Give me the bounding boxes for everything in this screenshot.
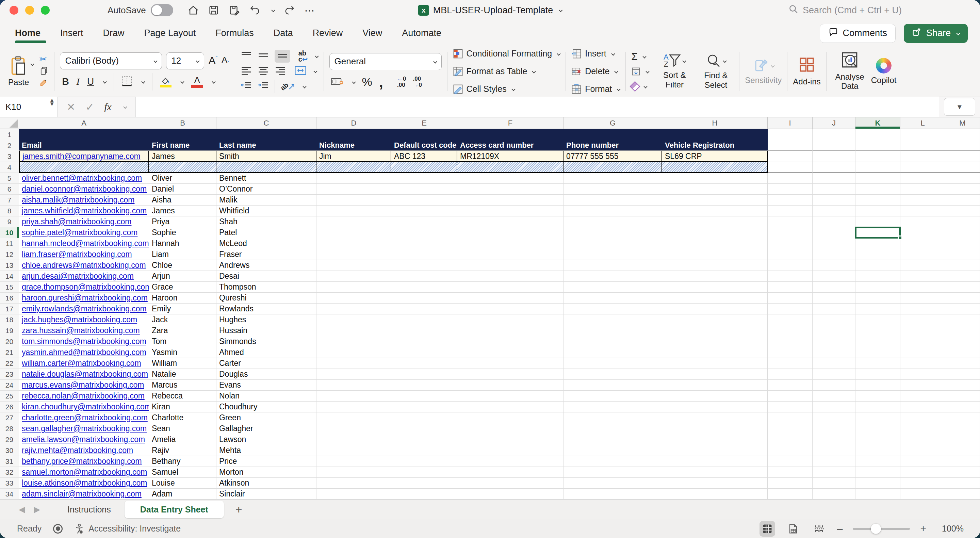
cell-E2[interactable]: Default cost code xyxy=(391,140,457,151)
cell-C20[interactable]: Simmonds xyxy=(216,336,317,347)
cell-L4[interactable] xyxy=(900,162,945,173)
cell-B3[interactable]: James xyxy=(149,151,216,162)
cell-G23[interactable] xyxy=(563,369,662,380)
cell-A27[interactable]: charlotte.green@matrixbooking.com xyxy=(19,412,149,423)
row-header-20[interactable]: 20 xyxy=(0,336,19,347)
email-link[interactable]: louise.atkinson@matrixbooking.com xyxy=(22,478,147,488)
row-header-17[interactable]: 17 xyxy=(0,304,19,314)
cell-H31[interactable] xyxy=(662,456,768,467)
close-window-button[interactable] xyxy=(10,6,18,14)
cell-D31[interactable] xyxy=(317,456,391,467)
cell-F12[interactable] xyxy=(457,249,563,260)
cell-J24[interactable] xyxy=(813,380,856,391)
email-link[interactable]: aisha.malik@matrixbooking.com xyxy=(22,195,134,205)
cell-J25[interactable] xyxy=(813,391,856,401)
cell-M16[interactable] xyxy=(945,293,980,304)
cell-D1[interactable] xyxy=(317,129,391,140)
cell-F25[interactable] xyxy=(457,391,563,401)
cell-K20[interactable] xyxy=(856,336,900,347)
cell-J28[interactable] xyxy=(813,423,856,434)
cell-L2[interactable] xyxy=(900,140,945,151)
cell-G14[interactable] xyxy=(563,271,662,282)
cell-I4[interactable] xyxy=(768,162,813,173)
align-center-icon[interactable] xyxy=(258,66,269,76)
email-link[interactable]: kiran.choudhury@matrixbooking.com xyxy=(22,402,151,411)
fill-handle[interactable] xyxy=(898,236,902,240)
column-header-C[interactable]: C xyxy=(216,118,317,129)
autosave-toggle[interactable] xyxy=(151,4,173,16)
font-size-select[interactable]: 12 xyxy=(166,53,204,69)
email-link[interactable]: adam.sinclair@matrixbooking.com xyxy=(22,489,142,498)
analyse-data-button[interactable]: Analyse Data xyxy=(832,52,868,91)
decrease-decimal-icon[interactable]: .00→0 xyxy=(413,76,422,88)
cell-H27[interactable] xyxy=(662,412,768,423)
cell-D5[interactable] xyxy=(317,173,391,184)
row-header-8[interactable]: 8 xyxy=(0,205,19,216)
cell-K18[interactable] xyxy=(856,314,900,325)
cell-J17[interactable] xyxy=(813,304,856,314)
cell-M12[interactable] xyxy=(945,249,980,260)
cell-K3[interactable] xyxy=(856,151,900,162)
cell-B9[interactable]: Priya xyxy=(149,216,216,227)
cell-M20[interactable] xyxy=(945,336,980,347)
cell-H29[interactable] xyxy=(662,434,768,445)
cell-K5[interactable] xyxy=(856,173,900,184)
title-dropdown-chevron[interactable] xyxy=(559,8,563,12)
cell-G27[interactable] xyxy=(563,412,662,423)
cell-F18[interactable] xyxy=(457,314,563,325)
column-header-M[interactable]: M xyxy=(945,118,980,129)
cell-C31[interactable]: Price xyxy=(216,456,317,467)
cell-I10[interactable] xyxy=(768,227,813,238)
email-link[interactable]: tom.simmonds@matrixbooking.com xyxy=(22,337,146,346)
cell-J2[interactable] xyxy=(813,140,856,151)
conditional-formatting-button[interactable]: Conditional Formatting xyxy=(453,47,560,61)
cell-A20[interactable]: tom.simmonds@matrixbooking.com xyxy=(19,336,149,347)
cell-D14[interactable] xyxy=(317,271,391,282)
cell-C32[interactable]: Morton xyxy=(216,467,317,478)
cell-F13[interactable] xyxy=(457,260,563,271)
cell-E8[interactable] xyxy=(391,205,457,216)
cell-A9[interactable]: priya.shah@matrixbooking.com xyxy=(19,216,149,227)
zoom-slider-knob[interactable] xyxy=(871,524,881,534)
text-orientation-icon[interactable]: ab xyxy=(280,83,296,90)
cell-J3[interactable] xyxy=(813,151,856,162)
cell-D2[interactable]: Nickname xyxy=(317,140,391,151)
row-header-23[interactable]: 23 xyxy=(0,369,19,380)
cell-F26[interactable] xyxy=(457,401,563,412)
cell-K22[interactable] xyxy=(856,358,900,369)
cell-F28[interactable] xyxy=(457,423,563,434)
cell-B17[interactable]: Emily xyxy=(149,304,216,314)
cell-I6[interactable] xyxy=(768,184,813,195)
cell-C6[interactable]: O’Connor xyxy=(216,184,317,195)
row-header-16[interactable]: 16 xyxy=(0,293,19,304)
cell-C3[interactable]: Smith xyxy=(216,151,317,162)
zoom-in-icon[interactable]: + xyxy=(920,523,926,535)
ribbon-tab-home[interactable]: Home xyxy=(15,21,40,46)
cell-A19[interactable]: zara.hussain@matrixbooking.com xyxy=(19,325,149,336)
cell-B28[interactable]: Sean xyxy=(149,423,216,434)
cell-B24[interactable]: Marcus xyxy=(149,380,216,391)
cell-C11[interactable]: McLeod xyxy=(216,238,317,249)
cell-I1[interactable] xyxy=(768,129,813,140)
clear-button[interactable] xyxy=(631,80,649,92)
ribbon-tab-page-layout[interactable]: Page Layout xyxy=(144,21,196,46)
row-header-4[interactable]: 4 xyxy=(0,162,19,173)
cell-K19[interactable] xyxy=(856,325,900,336)
comma-style-button[interactable]: , xyxy=(379,79,383,85)
cell-A12[interactable]: liam.fraser@matrixbooking.com xyxy=(19,249,149,260)
email-link[interactable]: arjun.desai@matrixbooking.com xyxy=(22,272,134,281)
cell-M6[interactable] xyxy=(945,184,980,195)
sheet-tab-data-entry-sheet[interactable]: Data Entry Sheet xyxy=(124,501,224,518)
cell-A13[interactable]: chloe.andrews@matrixbooking.com xyxy=(19,260,149,271)
cell-J33[interactable] xyxy=(813,478,856,489)
cell-B21[interactable]: Yasmin xyxy=(149,347,216,358)
email-link[interactable]: amelia.lawson@matrixbooking.com xyxy=(22,435,145,444)
cell-L19[interactable] xyxy=(900,325,945,336)
cell-F29[interactable] xyxy=(457,434,563,445)
cell-D11[interactable] xyxy=(317,238,391,249)
cell-G17[interactable] xyxy=(563,304,662,314)
cell-G11[interactable] xyxy=(563,238,662,249)
formula-input[interactable] xyxy=(135,97,939,117)
cell-B33[interactable]: Louise xyxy=(149,478,216,489)
cell-H25[interactable] xyxy=(662,391,768,401)
